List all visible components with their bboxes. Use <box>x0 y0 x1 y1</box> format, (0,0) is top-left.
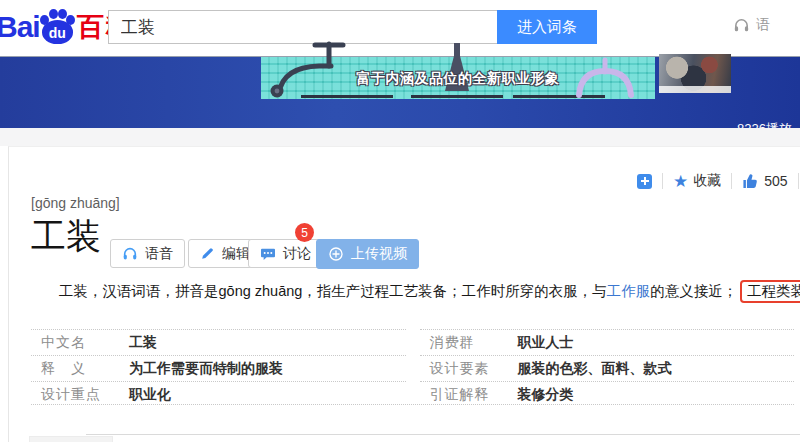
infobox-bottom-border <box>31 404 794 405</box>
like-count: 505 <box>764 173 787 189</box>
table-row: 消费群 职业人士 <box>420 329 795 355</box>
row-label: 引证解释 <box>420 386 518 404</box>
upload-video-button[interactable]: 上传视频 <box>316 239 419 269</box>
video-thumbnail[interactable] <box>659 54 731 93</box>
work-clothes-link[interactable]: 工作服 <box>607 283 651 299</box>
speech-bubble-icon <box>260 246 276 262</box>
entry-pinyin: [gōng zhuāng] <box>31 195 120 211</box>
row-label: 释 义 <box>31 360 129 378</box>
toc-stub <box>29 436 113 442</box>
voice-hint-label: 语 <box>756 16 770 34</box>
discuss-count-badge: 5 <box>295 223 314 242</box>
summary-text: 的意义接近； <box>650 283 737 299</box>
upload-video-label: 上传视频 <box>351 245 407 263</box>
table-row: 中文名 工装 <box>31 329 406 355</box>
enter-entry-button[interactable]: 进入词条 <box>497 10 597 44</box>
circle-plus-icon <box>328 246 344 262</box>
infobox-table: 中文名 工装 消费群 职业人士 释 义 为工作需要而特制的服装 设计要素 服装的… <box>31 329 794 407</box>
divider <box>731 173 732 189</box>
row-value: 装修分类 <box>518 386 574 404</box>
row-value: 为工作需要而特制的服装 <box>129 360 283 378</box>
entry-card: ★ 收藏 505 [gōng zhuāng] 工装 语音 <box>8 146 800 442</box>
headphone-icon <box>122 246 138 262</box>
discuss-button[interactable]: 讨论 <box>248 239 323 268</box>
thumbs-up-icon <box>742 173 759 190</box>
headphone-icon <box>733 17 750 34</box>
voice-button-label: 语音 <box>145 245 173 263</box>
table-row: 设计要素 服装的色彩、面料、款式 <box>420 355 795 381</box>
entry-actions: ★ 收藏 505 <box>637 171 800 191</box>
logo-text-du: du <box>39 25 76 41</box>
promo-banner[interactable]: 富于内涵及品位的全新职业形象 8226播放 <box>0 56 800 128</box>
row-value: 职业人士 <box>518 334 574 352</box>
like-button[interactable]: 505 <box>742 173 787 190</box>
add-icon[interactable] <box>637 174 652 189</box>
favorite-button[interactable]: ★ 收藏 <box>673 172 721 190</box>
entry-title: 工装 <box>31 217 101 255</box>
voice-button[interactable]: 语音 <box>110 239 185 268</box>
pencil-icon <box>200 246 215 261</box>
summary-text: 工装，汉语词语，拼音是gōng zhuāng，指生产过程工艺装备；工作时所穿的衣… <box>59 283 607 299</box>
row-value: 工装 <box>129 334 157 352</box>
edit-button-label: 编辑 <box>222 245 250 263</box>
favorite-label: 收藏 <box>693 172 721 190</box>
voice-control[interactable]: 语 <box>733 16 770 34</box>
banner-illustration: 富于内涵及品位的全新职业形象 <box>261 57 655 99</box>
highlighted-annotation: 工程类装修。 <box>740 280 800 303</box>
row-label: 消费群 <box>420 334 518 352</box>
baidu-paw-icon: du <box>39 8 76 46</box>
discuss-button-label: 讨论 <box>283 245 311 263</box>
row-label: 设计重点 <box>31 386 129 404</box>
row-label: 中文名 <box>31 334 129 352</box>
row-value: 服装的色彩、面料、款式 <box>518 360 672 378</box>
section-divider <box>86 434 800 435</box>
search-input[interactable] <box>108 10 498 44</box>
divider <box>662 173 663 189</box>
logo-text-bai: Bai <box>0 10 40 44</box>
entry-summary: 工装，汉语词语，拼音是gōng zhuāng，指生产过程工艺装备；工作时所穿的衣… <box>31 279 800 304</box>
background-strip <box>0 128 800 146</box>
row-value: 职业化 <box>129 386 171 404</box>
top-header: Bai du 百科 进入词条 语 <box>0 0 800 56</box>
table-row: 释 义 为工作需要而特制的服装 <box>31 355 406 381</box>
banner-slogan: 富于内涵及品位的全新职业形象 <box>261 70 655 88</box>
star-icon: ★ <box>673 173 688 190</box>
divider <box>798 173 799 189</box>
row-label: 设计要素 <box>420 360 518 378</box>
